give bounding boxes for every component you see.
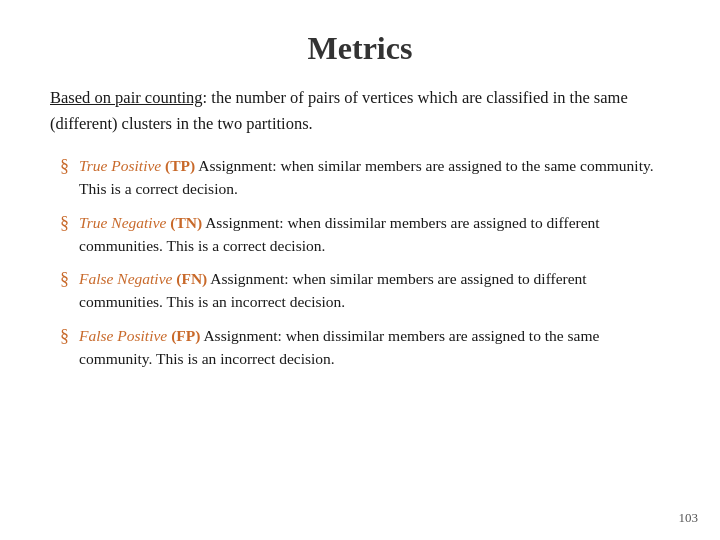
intro-underline-term: Based on pair counting	[50, 88, 203, 107]
page-number: 103	[679, 510, 699, 526]
bullet-text-fp: False Positive (FP) Assignment: when dis…	[79, 324, 670, 371]
bullet-item-fp: § False Positive (FP) Assignment: when d…	[60, 324, 670, 371]
term-false-negative: False Negative	[79, 270, 176, 287]
term-fp-abbr: (FP)	[171, 327, 200, 344]
bullet-item-fn: § False Negative (FN) Assignment: when s…	[60, 267, 670, 314]
bullet-text-tp: True Positive (TP) Assignment: when simi…	[79, 154, 670, 201]
bullet-marker-fn: §	[60, 267, 69, 292]
bullet-text-fn: False Negative (FN) Assignment: when sim…	[79, 267, 670, 314]
term-tn-abbr: (TN)	[170, 214, 202, 231]
bullet-marker-fp: §	[60, 324, 69, 349]
bullet-marker-tp: §	[60, 154, 69, 179]
slide: Metrics Based on pair counting: the numb…	[0, 0, 720, 540]
term-true-negative: True Negative	[79, 214, 170, 231]
bullet-list: § True Positive (TP) Assignment: when si…	[50, 154, 670, 370]
intro-paragraph: Based on pair counting: the number of pa…	[50, 85, 670, 136]
term-false-positive: False Positive	[79, 327, 171, 344]
bullet-marker-tn: §	[60, 211, 69, 236]
slide-title: Metrics	[50, 30, 670, 67]
term-tp-abbr: (TP)	[165, 157, 195, 174]
bullet-item-tp: § True Positive (TP) Assignment: when si…	[60, 154, 670, 201]
term-true-positive: True Positive	[79, 157, 165, 174]
term-fn-abbr: (FN)	[176, 270, 207, 287]
bullet-text-tn: True Negative (TN) Assignment: when diss…	[79, 211, 670, 258]
bullet-item-tn: § True Negative (TN) Assignment: when di…	[60, 211, 670, 258]
